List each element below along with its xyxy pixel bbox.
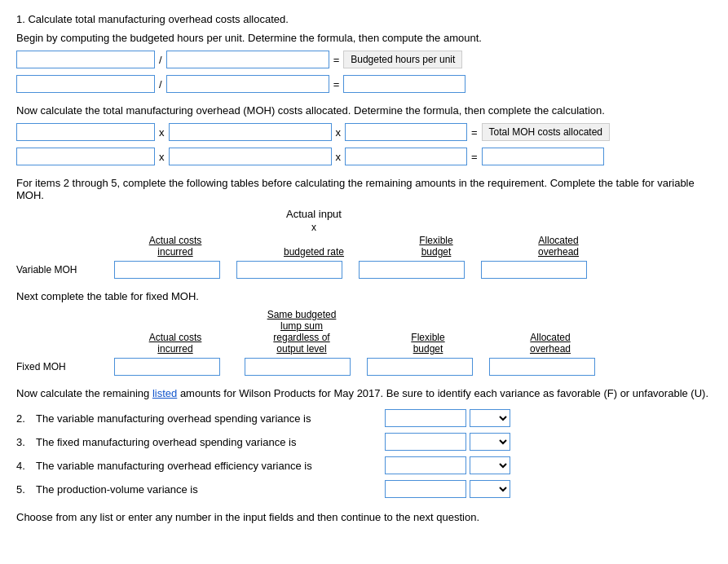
fmoh-col3-h2: budget — [413, 343, 443, 355]
variance-text-2: The variable manufacturing overhead spen… — [36, 412, 378, 425]
variance-select-3[interactable]: F U — [470, 433, 510, 451]
variable-moh-row: Variable MOH — [16, 261, 712, 279]
variance-num-5: 5. — [16, 483, 33, 496]
variance-input-4[interactable] — [385, 456, 466, 474]
fmoh-input4[interactable] — [489, 358, 595, 376]
budgeted-result2[interactable] — [343, 75, 465, 93]
fmoh-col2-h1: regardless of — [273, 332, 329, 343]
fmoh-col3-h1: Flexible — [411, 332, 444, 343]
variance-num-2: 2. — [16, 412, 33, 425]
moh-input1c[interactable] — [345, 123, 467, 141]
variance-select-5[interactable]: F U — [470, 480, 510, 498]
vmoh-col3-h2: budget — [421, 246, 452, 258]
variance-select-2[interactable]: F U — [470, 409, 510, 427]
variance-list: 2. The variable manufacturing overhead s… — [16, 409, 712, 498]
x-op3: x — [159, 151, 165, 163]
moh-input1a[interactable] — [16, 123, 155, 141]
budgeted-input1b[interactable] — [166, 51, 329, 68]
budgeted-input2b[interactable] — [166, 75, 329, 93]
equals-op4: = — [471, 151, 478, 163]
fmoh-col4-h1: Allocated — [530, 332, 570, 343]
vmoh-col1-h2: incurred — [157, 246, 192, 258]
variance-input-3[interactable] — [385, 433, 466, 451]
budgeted-row1: / = Budgeted hours per unit — [16, 51, 712, 68]
actual-input-label: Actual input — [286, 208, 342, 220]
variance-input-2[interactable] — [385, 409, 466, 427]
moh-input2c[interactable] — [345, 148, 467, 165]
same-budgeted-label: Same budgeted — [267, 309, 337, 320]
moh-input2a[interactable] — [16, 148, 155, 165]
variance-item-4: 4. The variable manufacturing overhead e… — [16, 456, 712, 474]
budgeted-hours-instruction: Begin by computing the budgeted hours pe… — [16, 32, 712, 44]
vmoh-input2[interactable] — [236, 261, 342, 279]
variance-text-3: The fixed manufacturing overhead spendin… — [36, 436, 378, 448]
moh-row2: x x = — [16, 148, 712, 165]
moh-input1b[interactable] — [169, 123, 332, 141]
moh-input2b[interactable] — [169, 148, 332, 165]
fixed-moh-row: Fixed MOH — [16, 358, 712, 376]
fmoh-input2[interactable] — [245, 358, 351, 376]
listed-link[interactable]: listed — [152, 387, 177, 399]
remaining-instruction: Now calculate the remaining listed amoun… — [16, 387, 712, 399]
step1-title: 1. Calculate total manufacturing overhea… — [16, 13, 712, 25]
div-operator1: / — [159, 54, 162, 66]
vmoh-input3[interactable] — [359, 261, 465, 279]
vmoh-col1-h1: Actual costs — [149, 235, 202, 246]
variance-item-5: 5. The production-volume variance is F U — [16, 480, 712, 498]
variance-num-4: 4. — [16, 460, 33, 472]
fixed-moh-section: Actual costs incurred Same budgeted lump… — [16, 309, 712, 376]
vmoh-input4[interactable] — [481, 261, 587, 279]
fmoh-label: Fixed MOH — [16, 361, 114, 372]
vmoh-col4-h2: overhead — [538, 246, 579, 258]
vmoh-label: Variable MOH — [16, 264, 114, 275]
footer-text: Choose from any list or enter any number… — [16, 511, 712, 523]
items-instruction: For items 2 through 5, complete the foll… — [16, 177, 712, 201]
variance-select-4[interactable]: F U — [470, 456, 510, 474]
variable-moh-section: Actual input x Actual costs incurred bud… — [16, 208, 712, 279]
variance-text-4: The variable manufacturing overhead effi… — [36, 460, 378, 472]
x-op4: x — [336, 151, 342, 163]
variance-item-2: 2. The variable manufacturing overhead s… — [16, 409, 712, 427]
vmoh-col3-h1: Flexible — [419, 235, 452, 246]
vmoh-col2-h1: budgeted rate — [284, 246, 344, 258]
fixed-moh-instruction: Next complete the table for fixed MOH. — [16, 290, 712, 302]
equals-operator1: = — [333, 54, 340, 66]
fmoh-col4-h2: overhead — [530, 343, 571, 355]
budgeted-input1a[interactable] — [16, 51, 155, 68]
variance-input-5[interactable] — [385, 480, 466, 498]
x-op1: x — [159, 126, 165, 139]
x-op2: x — [336, 126, 342, 139]
vmoh-col4-h1: Allocated — [538, 235, 578, 246]
fmoh-input1[interactable] — [114, 358, 220, 376]
budgeted-input2a[interactable] — [16, 75, 155, 93]
fmoh-input3[interactable] — [367, 358, 473, 376]
lump-sum-label: lump sum — [280, 320, 323, 332]
variance-text-5: The production-volume variance is — [36, 483, 378, 496]
variance-num-3: 3. — [16, 436, 33, 448]
variance-item-3: 3. The fixed manufacturing overhead spen… — [16, 433, 712, 451]
fmoh-col1-h1: Actual costs — [149, 332, 202, 343]
moh-instruction: Now calculate the total manufacturing ov… — [16, 104, 712, 117]
equals-operator2: = — [333, 78, 340, 90]
budgeted-hours-label: Budgeted hours per unit — [343, 51, 462, 68]
div-operator2: / — [159, 78, 162, 90]
budgeted-row2: / = — [16, 75, 712, 93]
total-moh-label: Total MOH costs allocated — [482, 123, 610, 141]
x-col-header: x — [311, 222, 316, 233]
fmoh-col1-h2: incurred — [157, 343, 192, 355]
moh-row1: x x = Total MOH costs allocated — [16, 123, 712, 141]
moh-result2[interactable] — [482, 148, 604, 165]
vmoh-input1[interactable] — [114, 261, 220, 279]
equals-op3: = — [471, 126, 478, 139]
fmoh-col2-h2: output level — [276, 343, 326, 355]
